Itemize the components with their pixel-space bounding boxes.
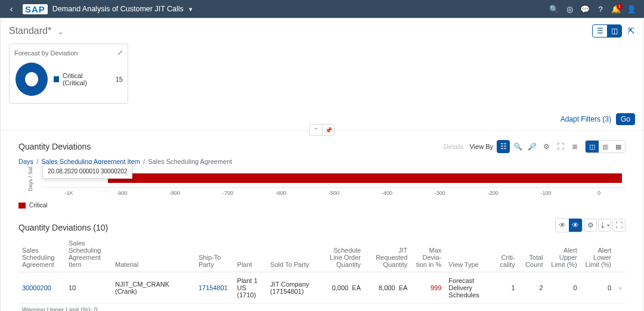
chart-legend-label: Critical [29, 202, 48, 209]
header-collapse-handle: ⌃ 📌 [309, 124, 335, 136]
back-button[interactable]: ‹ [5, 4, 18, 14]
cell-jitqty: 8,000 EA [364, 272, 411, 304]
legend-label: Critical (Critical) [63, 72, 104, 86]
chart-x-axis: -1K-900-800-700-600-500-400-300-200-1000 [42, 188, 626, 196]
col-upper[interactable]: Alert Upper Limit (%) [547, 236, 581, 272]
col-maxdev[interactable]: Max Devia­tion in % [411, 236, 445, 272]
notification-badge: 1 [617, 4, 623, 10]
col-schedqty[interactable]: Schedule Line Order Quantity [316, 236, 364, 272]
view-by-button[interactable]: ☷ [497, 140, 510, 153]
forecast-card: Forecast by Deviation ⤢ Critical (Critic… [9, 43, 128, 104]
hide-details-button[interactable]: 👁 [569, 219, 582, 232]
col-item[interactable]: Sales Scheduling Agreement Item [65, 236, 112, 272]
cell-agreement[interactable]: 30000200 [18, 272, 65, 304]
table-title: Quantity Deviations (10) [1, 218, 534, 236]
sap-logo: SAP [23, 4, 48, 14]
col-lower[interactable]: Alert Lower Limit (%) [581, 236, 615, 272]
adapt-filters-link[interactable]: Adapt Filters (3) [561, 115, 611, 123]
cell-material: NJIT_CM_CRANK (Crank) [112, 272, 195, 304]
toggle-chart-table[interactable]: ◫ [586, 141, 599, 153]
x-tick: -900 [95, 190, 148, 196]
breadcrumb-current: Sales Scheduling Agreement [148, 158, 232, 165]
layout-toggle: ☰ ◫ [592, 24, 622, 38]
help-icon[interactable]: ? [593, 5, 608, 14]
x-tick: 0 [572, 190, 626, 196]
col-soldto[interactable]: Sold To Party [267, 236, 316, 272]
share-icon[interactable]: ⇱ [628, 26, 635, 36]
cell-soldto: JIT Company (17154801) [267, 272, 316, 304]
chart-plot-area[interactable]: 20.08.2020 000010 30000202 [42, 171, 626, 188]
col-jitqty[interactable]: JIT Requested Quantity [364, 236, 411, 272]
notifications-icon[interactable]: 🔔1 [608, 5, 624, 14]
table-fullscreen-icon[interactable]: ⛶ [612, 219, 626, 232]
chart-table-toggle: ◫ ▥ ▦ [585, 140, 626, 153]
toggle-table-only[interactable]: ▦ [612, 141, 625, 153]
chart-bar-critical[interactable] [108, 173, 622, 183]
view-by-label: View By [469, 143, 493, 150]
settings-icon[interactable]: ⚙ [540, 140, 553, 153]
x-tick: -200 [466, 190, 519, 196]
pin-icon[interactable]: 📌 [322, 125, 334, 135]
warn-upper: Warning Upper Limit (%): 0 [18, 304, 626, 312]
x-tick: -800 [148, 190, 202, 196]
app-title-text: Demand Analysis of Customer JIT Calls [52, 5, 184, 13]
cell-item: 10 [65, 272, 112, 304]
zoom-in-icon[interactable]: 🔍 [511, 140, 524, 153]
variant-selector[interactable]: Standard* ⌄ [9, 26, 63, 36]
show-details-button[interactable]: 👁 [556, 219, 569, 232]
deviation-chart: Days / Sal… 20.08.2020 000010 30000202 -… [1, 167, 643, 196]
fullscreen-icon[interactable]: ⛶ [554, 140, 567, 153]
variant-dirty: * [48, 26, 51, 36]
chart-y-axis-label: Days / Sal… [27, 167, 33, 191]
export-icon[interactable]: ⭳▾ [598, 219, 611, 232]
row-nav-icon[interactable]: › [615, 272, 626, 304]
chart-legend-swatch [18, 203, 26, 209]
collapse-up-icon[interactable]: ⌃ [310, 125, 322, 135]
col-viewtype[interactable]: View Type [445, 236, 494, 272]
card-expand-icon[interactable]: ⤢ [117, 49, 123, 57]
legend-icon[interactable]: ≣ [568, 140, 581, 153]
app-title[interactable]: Demand Analysis of Customer JIT Calls ▼ [52, 5, 193, 13]
cell-schedqty: 0,000 EA [316, 272, 364, 304]
x-tick: -100 [519, 190, 572, 196]
legend-value: 15 [116, 76, 123, 83]
col-material[interactable]: Material [112, 236, 195, 272]
cell-shipto[interactable]: 17154801 [195, 272, 234, 304]
cell-plant: Plant 1 US (1710) [234, 272, 267, 304]
cell-upper: 0 [547, 272, 581, 304]
x-tick: -1K [42, 190, 95, 196]
deviations-table: Sales Scheduling Agreement Sales Schedul… [18, 236, 626, 311]
x-tick: -400 [360, 190, 413, 196]
layout-chart-button[interactable]: ◫ [607, 25, 621, 37]
col-agreement[interactable]: Sales Scheduling Agreement [18, 236, 65, 272]
feedback-icon[interactable]: 💬 [577, 5, 593, 14]
details-link[interactable]: Details [444, 143, 464, 150]
table-row[interactable]: 3000020010NJIT_CM_CRANK (Crank)17154801P… [18, 272, 626, 304]
x-tick: -700 [202, 190, 255, 196]
cell-maxdev: 999 [411, 272, 445, 304]
chart-tooltip: 20.08.2020 000010 30000202 [42, 164, 132, 179]
search-icon[interactable]: 🔍 [546, 5, 562, 14]
col-shipto[interactable]: Ship-To Party [195, 236, 234, 272]
col-count[interactable]: Total Count [519, 236, 547, 272]
cell-crit: 1 [494, 272, 518, 304]
table-settings-icon[interactable]: ⚙ [584, 219, 597, 232]
donut-chart [16, 63, 48, 96]
breadcrumb-sep: / [36, 158, 38, 165]
copilot-icon[interactable]: ◎ [562, 5, 577, 14]
cell-viewtype: Forecast Delivery Schedules [445, 272, 494, 304]
x-tick: -300 [413, 190, 466, 196]
col-plant[interactable]: Plant [234, 236, 267, 272]
layout-list-button[interactable]: ☰ [593, 25, 607, 37]
col-crit[interactable]: Criti­cality [494, 236, 518, 272]
cell-lower: 0 [581, 272, 615, 304]
section-title: Quantity Deviations [18, 142, 91, 151]
cell-count: 2 [519, 272, 547, 304]
go-button[interactable]: Go [616, 113, 635, 125]
zoom-out-icon[interactable]: 🔎 [525, 140, 538, 153]
forecast-card-title: Forecast by Deviation [14, 49, 78, 57]
toggle-chart-only[interactable]: ▥ [599, 141, 612, 153]
legend-row: Critical (Critical) 15 [54, 72, 123, 86]
user-icon[interactable]: 👤 [624, 5, 639, 14]
x-tick: -500 [308, 190, 361, 196]
